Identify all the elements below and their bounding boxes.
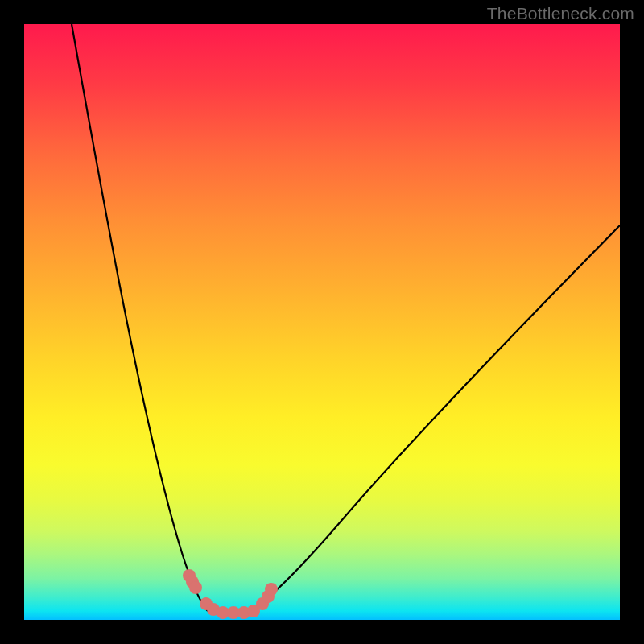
plot-area bbox=[24, 24, 620, 620]
chart-frame: TheBottleneck.com bbox=[0, 0, 644, 644]
curve-layer bbox=[24, 24, 620, 620]
svg-point-11 bbox=[265, 583, 278, 596]
curve-right-branch bbox=[250, 225, 620, 611]
watermark-text: TheBottleneck.com bbox=[487, 4, 634, 23]
curve-left-branch bbox=[72, 24, 208, 611]
svg-point-2 bbox=[189, 581, 202, 594]
